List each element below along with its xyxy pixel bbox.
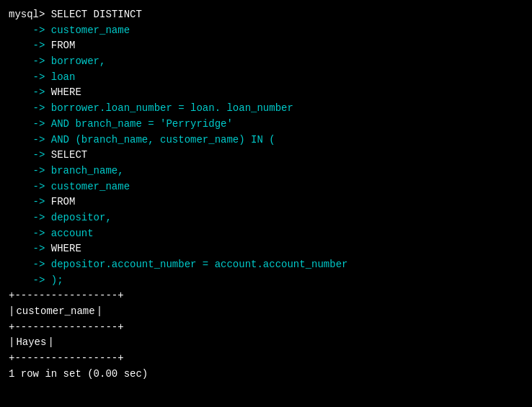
sql-line-16: -> WHERE <box>9 241 523 257</box>
sql-field: loan <box>51 70 76 86</box>
sql-line-11: -> branch_name, <box>9 164 523 179</box>
sql-field: AND (branch_name, customer_name) IN ( <box>51 133 275 148</box>
arrow-prompt: -> <box>9 54 51 70</box>
table-bottom-divider: +-----------------+ <box>9 351 523 367</box>
sql-field: customer_name <box>51 179 130 195</box>
sql-line-10: -> SELECT <box>9 148 523 164</box>
sql-line-13: -> FROM <box>9 194 523 210</box>
sql-line-2: -> customer_name <box>9 23 523 39</box>
sql-line-1: mysql> SELECT DISTINCT <box>9 7 523 23</box>
sql-field: account <box>51 226 94 242</box>
arrow-prompt: -> <box>9 133 51 148</box>
sql-field: borrower, <box>51 54 106 70</box>
sql-line-7: -> borrower.loan_number = loan. loan_num… <box>9 101 523 117</box>
sql-field: borrower.loan_number = loan. loan_number <box>51 101 293 117</box>
sql-line-3: -> FROM <box>9 38 523 54</box>
sql-keyword: SELECT DISTINCT <box>51 7 142 23</box>
terminal: mysql> SELECT DISTINCT -> customer_name … <box>0 0 532 407</box>
arrow-prompt: -> <box>9 273 51 289</box>
arrow-prompt: -> <box>9 210 51 226</box>
table-border: | <box>97 304 102 320</box>
arrow-prompt: -> <box>9 23 51 39</box>
arrow-prompt: -> <box>9 179 51 195</box>
table-top-divider: +-----------------+ <box>9 288 523 304</box>
table-header-row: | customer_name | <box>9 304 523 320</box>
arrow-prompt: -> <box>9 70 51 86</box>
mysql-prompt: mysql> <box>9 7 51 23</box>
arrow-prompt: -> <box>9 241 51 257</box>
arrow-prompt: -> <box>9 164 51 179</box>
sql-line-17: -> depositor.account_number = account.ac… <box>9 257 523 273</box>
sql-field: depositor, <box>51 210 112 226</box>
table-border: | <box>48 335 53 351</box>
arrow-prompt: -> <box>9 101 51 117</box>
arrow-prompt: -> <box>9 148 51 164</box>
table-data-row: | Hayes | <box>9 335 523 351</box>
sql-field: branch_name, <box>51 164 124 179</box>
arrow-prompt: -> <box>9 38 51 54</box>
sql-line-12: -> customer_name <box>9 179 523 195</box>
sql-keyword: WHERE <box>51 85 81 101</box>
sql-line-15: -> account <box>9 226 523 242</box>
arrow-prompt: -> <box>9 194 51 210</box>
sql-line-9: -> AND (branch_name, customer_name) IN ( <box>9 133 523 148</box>
table-border: | <box>9 335 14 351</box>
sql-line-5: -> loan <box>9 70 523 86</box>
sql-keyword: FROM <box>51 194 76 210</box>
sql-field: customer_name <box>51 23 130 39</box>
arrow-prompt: -> <box>9 117 51 133</box>
sql-keyword: FROM <box>51 38 76 54</box>
sql-line-8: -> AND branch_name = 'Perryridge' <box>9 117 523 133</box>
sql-keyword: SELECT <box>51 148 87 164</box>
sql-line-4: -> borrower, <box>9 54 523 70</box>
query-result-summary: 1 row in set (0.00 sec) <box>9 367 523 383</box>
sql-keyword: WHERE <box>51 241 81 257</box>
column-header: customer_name <box>14 304 96 320</box>
table-mid-divider: +-----------------+ <box>9 320 523 336</box>
sql-line-18: -> ); <box>9 273 523 289</box>
sql-field: depositor.account_number = account.accou… <box>51 257 348 273</box>
sql-field: AND branch_name = 'Perryridge' <box>51 117 233 133</box>
sql-line-6: -> WHERE <box>9 85 523 101</box>
table-border: | <box>9 304 14 320</box>
arrow-prompt: -> <box>9 85 51 101</box>
arrow-prompt: -> <box>9 257 51 273</box>
arrow-prompt: -> <box>9 226 51 242</box>
sql-line-14: -> depositor, <box>9 210 523 226</box>
sql-field: ); <box>51 273 63 289</box>
cell-value-hayes: Hayes <box>14 335 48 351</box>
